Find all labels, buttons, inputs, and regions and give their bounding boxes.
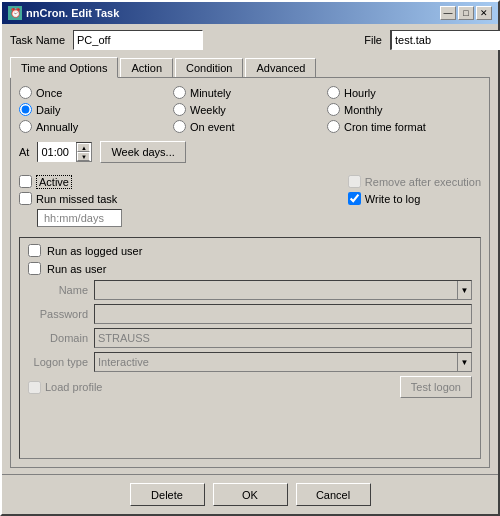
tab-content: Once Daily Annually Minutely [10, 77, 490, 468]
radio-hourly-row: Hourly [327, 86, 481, 99]
options-section: Active Run missed task hh:mm/days [19, 175, 481, 227]
at-label: At [19, 146, 29, 158]
window-controls: — □ ✕ [440, 6, 492, 20]
left-checks: Active Run missed task hh:mm/days [19, 175, 122, 227]
run-missed-label: Run missed task [36, 193, 117, 205]
active-label: Active [36, 176, 72, 188]
test-logon-button[interactable]: Test logon [400, 376, 472, 398]
run-missed-checkbox[interactable] [19, 192, 32, 205]
radio-once-row: Once [19, 86, 173, 99]
logon-type-label: Logon type [28, 356, 88, 368]
run-missed-row: Run missed task [19, 192, 122, 205]
remove-after-checkbox[interactable] [348, 175, 361, 188]
logon-type-field: Interactive ▼ [94, 352, 472, 372]
domain-field: STRAUSS [94, 328, 472, 348]
file-input[interactable] [391, 30, 500, 50]
time-down-btn[interactable]: ▼ [77, 152, 90, 161]
load-profile-label: Load profile [45, 381, 103, 393]
radio-daily-label: Daily [36, 104, 60, 116]
radio-once[interactable] [19, 86, 32, 99]
week-days-button[interactable]: Week days... [100, 141, 185, 163]
user-section: Run as logged user Run as user Name ▼ Pa… [19, 237, 481, 459]
radio-on-event-row: On event [173, 120, 327, 133]
cancel-button[interactable]: Cancel [296, 483, 371, 506]
radio-hourly[interactable] [327, 86, 340, 99]
tab-time-options[interactable]: Time and Options [10, 57, 118, 78]
right-checks: Remove after execution Write to log [348, 175, 481, 227]
run-as-user-checkbox[interactable] [28, 262, 41, 275]
close-button[interactable]: ✕ [476, 6, 492, 20]
radio-weekly-row: Weekly [173, 103, 327, 116]
delete-button[interactable]: Delete [130, 483, 205, 506]
radio-weekly-label: Weekly [190, 104, 226, 116]
active-check-row: Active [19, 175, 122, 188]
radio-weekly[interactable] [173, 103, 186, 116]
tab-advanced[interactable]: Advanced [245, 58, 316, 78]
radio-on-event[interactable] [173, 120, 186, 133]
active-checkbox[interactable] [19, 175, 32, 188]
name-label: Name [28, 284, 88, 296]
remove-after-row: Remove after execution [348, 175, 481, 188]
radio-once-label: Once [36, 87, 62, 99]
time-input-box: ▲ ▼ [37, 142, 92, 162]
title-bar: ⏰ nnCron. Edit Task — □ ✕ [2, 2, 498, 24]
run-as-user-row: Run as user [28, 262, 472, 275]
maximize-button[interactable]: □ [458, 6, 474, 20]
radio-annually[interactable] [19, 120, 32, 133]
minimize-button[interactable]: — [440, 6, 456, 20]
radio-hourly-label: Hourly [344, 87, 376, 99]
name-field-row: Name ▼ [28, 280, 472, 300]
write-to-log-label: Write to log [365, 193, 420, 205]
task-name-label: Task Name [10, 34, 65, 46]
run-as-user-label: Run as user [47, 263, 106, 275]
main-window: ⏰ nnCron. Edit Task — □ ✕ Task Name File… [0, 0, 500, 516]
write-to-log-row: Write to log [348, 192, 481, 205]
time-field[interactable] [38, 142, 76, 162]
name-dropdown-arrow[interactable]: ▼ [457, 281, 471, 299]
time-spinner: ▲ ▼ [76, 143, 90, 161]
hhmm-days-row: hh:mm/days [37, 209, 122, 227]
write-to-log-checkbox[interactable] [348, 192, 361, 205]
bottom-bar: Delete OK Cancel [2, 474, 498, 514]
radio-cron-row: Cron time format [327, 120, 481, 133]
app-icon: ⏰ [8, 6, 22, 20]
tab-bar: Time and Options Action Condition Advanc… [10, 56, 490, 77]
tab-condition[interactable]: Condition [175, 58, 243, 78]
radio-annually-label: Annually [36, 121, 78, 133]
radio-cron-label: Cron time format [344, 121, 426, 133]
at-row: At ▲ ▼ Week days... [19, 141, 481, 163]
radio-annually-row: Annually [19, 120, 173, 133]
hhmm-days-field: hh:mm/days [37, 209, 122, 227]
task-name-input[interactable] [73, 30, 203, 50]
window-title: nnCron. Edit Task [26, 7, 119, 19]
radio-daily[interactable] [19, 103, 32, 116]
radio-daily-row: Daily [19, 103, 173, 116]
name-field: ▼ [94, 280, 472, 300]
radio-monthly-row: Monthly [327, 103, 481, 116]
radio-monthly-label: Monthly [344, 104, 383, 116]
ok-button[interactable]: OK [213, 483, 288, 506]
tab-action[interactable]: Action [120, 58, 173, 78]
radio-minutely-row: Minutely [173, 86, 327, 99]
radio-minutely-label: Minutely [190, 87, 231, 99]
radio-on-event-label: On event [190, 121, 235, 133]
logon-type-arrow[interactable]: ▼ [457, 353, 471, 371]
time-up-btn[interactable]: ▲ [77, 143, 90, 152]
radio-monthly[interactable] [327, 103, 340, 116]
remove-after-label: Remove after execution [365, 176, 481, 188]
schedule-radio-group: Once Daily Annually Minutely [19, 86, 481, 133]
password-field-row: Password [28, 304, 472, 324]
domain-label: Domain [28, 332, 88, 344]
radio-minutely[interactable] [173, 86, 186, 99]
load-profile-checkbox[interactable] [28, 381, 41, 394]
file-combobox[interactable]: ▼ [390, 30, 490, 50]
radio-cron[interactable] [327, 120, 340, 133]
logon-type-row: Logon type Interactive ▼ [28, 352, 472, 372]
file-label: File [364, 34, 382, 46]
password-field[interactable] [94, 304, 472, 324]
password-label: Password [28, 308, 88, 320]
run-as-logged-checkbox[interactable] [28, 244, 41, 257]
load-profile-row: Load profile Test logon [28, 376, 472, 398]
domain-field-row: Domain STRAUSS [28, 328, 472, 348]
run-as-logged-label: Run as logged user [47, 245, 142, 257]
